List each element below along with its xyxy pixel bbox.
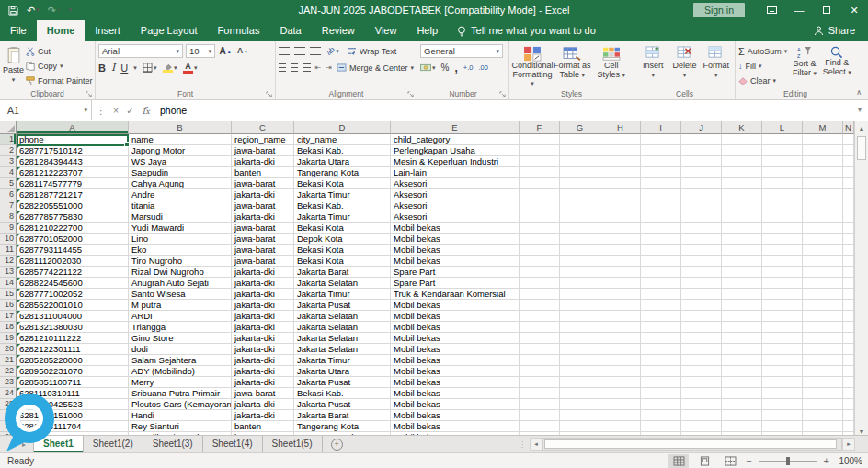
cell-G9[interactable] [560, 223, 600, 234]
cell-M26[interactable] [803, 410, 843, 421]
cell-H4[interactable] [600, 167, 641, 178]
cell-I18[interactable] [641, 322, 681, 333]
tab-splitter-icon[interactable]: ⋮ [515, 436, 530, 452]
cell-D13[interactable]: Jakarta Barat [294, 267, 391, 278]
row-header-5[interactable]: 5 [0, 178, 17, 189]
autosum-button[interactable]: Σ AutoSum ▾ [738, 45, 787, 59]
cell-B26[interactable]: Handi [129, 410, 232, 421]
column-header-H[interactable]: H [600, 121, 641, 134]
hscroll-right-icon[interactable]: ▸ [842, 438, 855, 451]
cell-N17[interactable] [843, 311, 854, 322]
row-header-27[interactable]: 27 [0, 421, 17, 432]
cell-J17[interactable] [681, 311, 722, 322]
cell-E20[interactable]: Mobil bekas [391, 344, 520, 355]
cell-N13[interactable] [843, 267, 854, 278]
cell-G21[interactable] [560, 355, 600, 366]
sheet-tab-sheet15[interactable]: Sheet1(5) [263, 436, 323, 452]
cell-N1[interactable] [843, 134, 854, 145]
cell-K17[interactable] [722, 311, 762, 322]
increase-font-size-button[interactable]: A▲ [218, 44, 233, 58]
cell-F2[interactable] [520, 145, 560, 156]
cell-G1[interactable] [560, 134, 600, 145]
conditional-formatting-button[interactable]: Conditional Formatting ▾ [512, 44, 553, 87]
cell-E1[interactable]: child_category [391, 134, 520, 145]
tab-insert[interactable]: Insert [85, 20, 131, 41]
cell-I22[interactable] [641, 366, 681, 377]
cell-E16[interactable]: Mobil bekas [391, 300, 520, 311]
cell-N15[interactable] [843, 289, 854, 300]
cell-A13[interactable]: 6285774221122 [17, 267, 129, 278]
sheet-tab-sheet12[interactable]: Sheet1(2) [84, 436, 143, 452]
find-select-button[interactable]: Find & Select ▾ [822, 44, 852, 87]
row-header-3[interactable]: 3 [0, 156, 17, 167]
cell-L14[interactable] [762, 278, 803, 289]
cell-A11[interactable]: 6287793114455 [17, 245, 129, 256]
cell-G18[interactable] [560, 322, 600, 333]
cell-I12[interactable] [641, 256, 681, 267]
cell-B8[interactable]: Marsudi [129, 211, 232, 223]
cell-C9[interactable]: jawa-barat [232, 223, 294, 234]
cell-B16[interactable]: M putra [129, 300, 232, 311]
cell-I13[interactable] [641, 267, 681, 278]
cell-B10[interactable]: Lino [129, 234, 232, 245]
row-header-16[interactable]: 16 [0, 300, 17, 311]
cell-D16[interactable]: Jakarta Pusat [294, 300, 391, 311]
cell-M25[interactable] [803, 399, 843, 410]
cell-C14[interactable]: jakarta-dki [232, 278, 294, 289]
cell-A9[interactable]: 6281210222700 [17, 223, 129, 234]
font-dialog-launcher-icon[interactable] [266, 91, 272, 97]
cell-J7[interactable] [681, 200, 722, 211]
cell-N18[interactable] [843, 322, 854, 333]
cell-N12[interactable] [843, 256, 854, 267]
cell-J25[interactable] [681, 399, 722, 410]
cell-D2[interactable]: Bekasi Kab. [294, 145, 391, 156]
cell-H27[interactable] [600, 421, 641, 432]
align-bottom-icon[interactable] [310, 47, 321, 55]
hscroll-left-icon[interactable]: ◂ [530, 438, 542, 451]
cell-B4[interactable]: Saepudin [129, 167, 232, 178]
cell-D23[interactable]: Jakarta Pusat [294, 377, 391, 388]
horizontal-scrollbar[interactable] [542, 438, 842, 451]
zoom-level[interactable]: 100% [835, 456, 862, 466]
cell-D9[interactable]: Bekasi Kota [294, 223, 391, 234]
cell-N5[interactable] [843, 178, 854, 189]
row-header-8[interactable]: 8 [0, 211, 17, 223]
cell-I3[interactable] [641, 156, 681, 167]
cell-E3[interactable]: Mesin & Keperluan Industri [391, 156, 520, 167]
cell-J16[interactable] [681, 300, 722, 311]
cell-A23[interactable]: 6285851100711 [17, 377, 129, 388]
cell-G16[interactable] [560, 300, 600, 311]
cell-G3[interactable] [560, 156, 600, 167]
cell-A15[interactable]: 6287771002052 [17, 289, 129, 300]
cell-H21[interactable] [600, 355, 641, 366]
cell-K7[interactable] [722, 200, 762, 211]
cell-D26[interactable]: Jakarta Barat [294, 410, 391, 421]
cell-D4[interactable]: Tangerang Kota [294, 167, 391, 178]
cell-E17[interactable]: Mobil bekas [391, 311, 520, 322]
cell-A20[interactable]: 6282122301111 [17, 344, 129, 355]
cell-D17[interactable]: Jakarta Selatan [294, 311, 391, 322]
cell-G22[interactable] [560, 366, 600, 377]
cell-M14[interactable] [803, 278, 843, 289]
row-header-18[interactable]: 18 [0, 322, 17, 333]
merge-center-button[interactable]: Merge & Center ▾ [337, 61, 414, 74]
row-header-19[interactable]: 19 [0, 333, 17, 344]
cell-H22[interactable] [600, 366, 641, 377]
cell-B17[interactable]: ARDI [129, 311, 232, 322]
cell-I7[interactable] [641, 200, 681, 211]
cell-B18[interactable]: Triangga [129, 322, 232, 333]
cell-A6[interactable]: 6281287721217 [17, 189, 129, 200]
cell-J8[interactable] [681, 211, 722, 223]
cell-K10[interactable] [722, 234, 762, 245]
cell-B1[interactable]: name [129, 134, 232, 145]
cell-N27[interactable] [843, 421, 854, 432]
cell-F12[interactable] [520, 256, 560, 267]
cell-C16[interactable]: jakarta-dki [232, 300, 294, 311]
cell-L16[interactable] [762, 300, 803, 311]
cell-F20[interactable] [520, 344, 560, 355]
cell-F22[interactable] [520, 366, 560, 377]
column-header-N[interactable]: N [843, 121, 854, 134]
name-box[interactable]: A1 ▾ [0, 100, 92, 120]
cell-E11[interactable]: Mobil bekas [391, 245, 520, 256]
undo-dropdown-icon[interactable]: ▾ [36, 6, 40, 14]
